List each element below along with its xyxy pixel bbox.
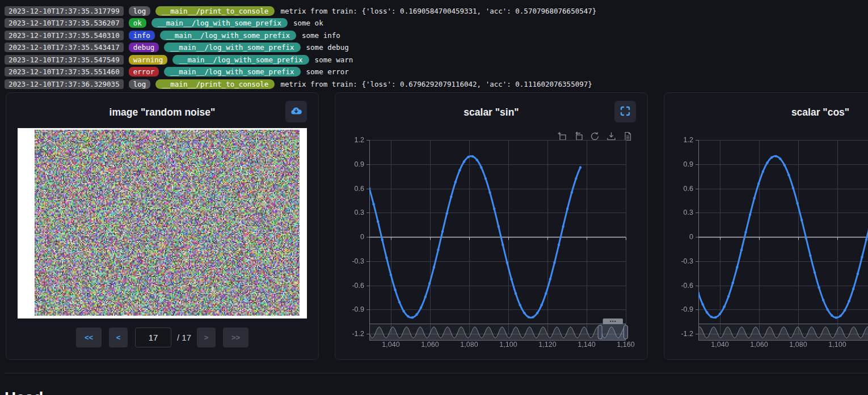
log-module-badge: __main__/log_with_some_prefix (151, 18, 288, 28)
section-divider (5, 373, 868, 373)
page-number-input[interactable] (135, 328, 171, 347)
log-level-badge: info (129, 31, 155, 40)
next-section-heading: Head (5, 389, 43, 395)
cards-row: image "random noise" << < / 17 > >> scal… (6, 92, 868, 360)
prev-page-button[interactable]: < (109, 328, 128, 347)
log-row: log__main__/print_to_console (5, 1, 868, 4)
log-level-badge: log (129, 6, 151, 16)
cos-chart-title: scalar "cos" (664, 107, 868, 118)
log-module-badge: __main__/log_with_some_prefix (164, 67, 300, 77)
log-message: some debug (306, 43, 349, 52)
log-message: metrix from train: {'loss': 0.6796292079… (280, 80, 592, 88)
log-module-badge: __main__/print_to_console (155, 6, 275, 16)
log-row: 2023-12-10T17:37:35.543417debug__main__/… (5, 43, 868, 53)
log-module-badge: __main__/log_with_some_prefix (164, 43, 300, 52)
log-module-badge: __main__/log_with_some_prefix (172, 55, 309, 65)
log-row: 2023-12-10T17:37:35.547549warning__main_… (5, 54, 868, 65)
cos-chart-card: scalar "cos" (664, 92, 868, 360)
log-timestamp: 2023-12-10T17:37:35.543417 (5, 43, 124, 52)
log-level-badge: ok (129, 18, 146, 28)
noise-figure (18, 128, 307, 318)
noise-image (35, 130, 300, 316)
log-module-badge: __main__/log_with_some_prefix (160, 31, 296, 40)
sin-chart-canvas[interactable] (335, 128, 648, 355)
log-row: 2023-12-10T17:37:36.329035log__main__/pr… (5, 79, 868, 89)
log-timestamp: 2023-12-10T17:37:36.329035 (5, 79, 124, 89)
image-card-title: image "random noise" (6, 107, 318, 118)
image-card: image "random noise" << < / 17 > >> (6, 92, 319, 360)
fullscreen-icon (620, 106, 630, 118)
log-message: some info (302, 31, 340, 40)
log-module-badge: __main__/print_to_console (155, 79, 275, 89)
log-row: 2023-12-10T17:37:35.536207ok__main__/log… (5, 18, 868, 28)
log-timestamp: 2023-12-10T17:37:35.536207 (5, 18, 124, 28)
log-message: some ok (293, 19, 323, 27)
cos-chart-canvas[interactable] (664, 128, 868, 355)
log-level-badge: warning (129, 55, 168, 65)
log-timestamp: 2023-12-10T17:37:35.540310 (5, 31, 124, 40)
image-pagination: << < / 17 > >> (6, 328, 318, 347)
log-row: 2023-12-10T17:37:35.540310info__main__/l… (5, 30, 868, 40)
log-level-badge: log (129, 79, 151, 89)
log-level-badge: debug (129, 43, 159, 52)
log-level-badge: error (129, 67, 159, 77)
page-total-label: / 17 (177, 333, 191, 342)
log-message: metrix from train: {'loss': 0.1690584700… (280, 7, 596, 15)
sin-chart-card: scalar "sin" (335, 92, 648, 360)
log-row: 2023-12-10T17:37:35.551460error__main__/… (5, 67, 868, 77)
image-download-button[interactable] (285, 101, 307, 122)
first-page-button[interactable]: << (76, 328, 102, 347)
cloud-download-icon (290, 105, 302, 118)
next-page-button[interactable]: > (197, 328, 216, 347)
log-timestamp: 2023-12-10T17:37:35.317799 (5, 6, 124, 16)
log-timestamp: 2023-12-10T17:37:35.551460 (5, 67, 124, 77)
log-message: some warn (315, 56, 353, 64)
last-page-button[interactable]: >> (223, 328, 248, 347)
log-row: 2023-12-10T17:37:35.317799log__main__/pr… (5, 6, 868, 16)
log-message: some error (306, 67, 349, 76)
sin-fullscreen-button[interactable] (614, 101, 636, 122)
log-timestamp: 2023-12-10T17:37:35.547549 (5, 55, 124, 65)
sin-chart-title: scalar "sin" (335, 107, 647, 118)
log-console: log__main__/print_to_console2023-12-10T1… (0, 0, 868, 91)
